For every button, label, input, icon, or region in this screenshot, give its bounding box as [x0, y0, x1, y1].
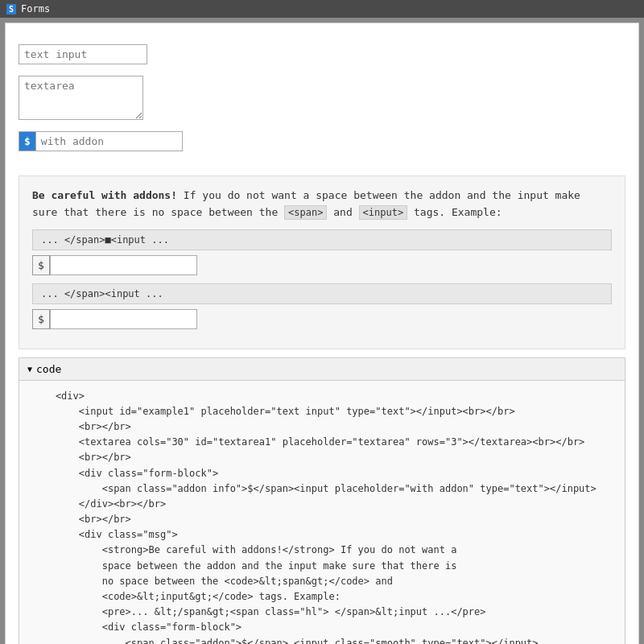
example-form-block-2: $	[32, 309, 181, 329]
info-box: Be careful with addons! If you do not wa…	[19, 175, 625, 349]
info-bold: Be careful with addons!	[32, 189, 177, 201]
example-addon-1: $	[32, 255, 50, 275]
app-icon: S	[6, 4, 16, 14]
code-header-label: code	[36, 363, 61, 375]
pre-block-2: ... </span><input ...	[32, 283, 612, 304]
triangle-icon: ▼	[27, 365, 32, 374]
example-form-block-1: $	[32, 255, 181, 275]
pre-block-1: ... </span>■<input ...	[32, 229, 612, 250]
window-title: Forms	[21, 3, 50, 14]
text-input[interactable]	[19, 44, 147, 64]
form-section: $	[19, 36, 625, 167]
info-text3: tags. Example:	[407, 206, 502, 218]
example-input-1[interactable]	[50, 255, 197, 275]
code-section: ▼ code <div> <input id="example1" placeh…	[19, 357, 625, 644]
addon-form-block: $	[19, 131, 155, 151]
info-text2: and	[327, 206, 358, 218]
textarea-input[interactable]	[19, 76, 143, 120]
addon-label: $	[19, 131, 35, 151]
addon-input[interactable]	[35, 131, 183, 151]
code-body: <div> <input id="example1" placeholder="…	[19, 381, 625, 644]
info-text: Be careful with addons! If you do not wa…	[32, 188, 612, 221]
titlebar: S Forms	[0, 0, 644, 18]
example-addon-2: $	[32, 309, 50, 329]
main-window: $ Be careful with addons! If you do not …	[5, 23, 639, 644]
info-code2: <input>	[359, 205, 408, 220]
info-code1: <span>	[284, 205, 327, 220]
code-toggle[interactable]: ▼ code	[19, 358, 625, 381]
example-input-2[interactable]	[50, 309, 197, 329]
